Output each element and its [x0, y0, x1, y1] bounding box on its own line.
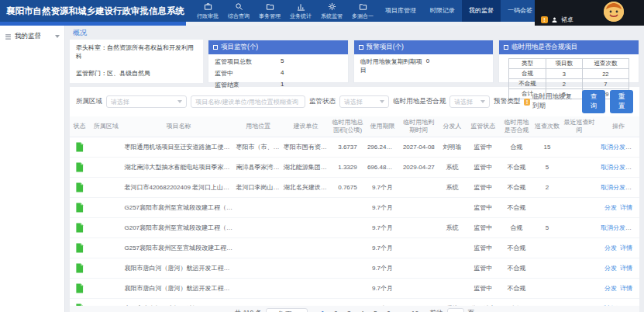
cell-builder [282, 218, 329, 238]
cell-period: 296.24个月 [366, 137, 399, 158]
stat-row: 监管中4 [215, 68, 342, 79]
cell-area [329, 198, 366, 218]
cell-region [89, 279, 122, 299]
search-button[interactable]: 查询 [582, 90, 605, 113]
column-header: 监管状态 [467, 116, 500, 137]
cell-area [329, 258, 366, 279]
nav-item-label: 行政审批 [197, 12, 219, 19]
action-link[interactable]: 取消分发 [601, 184, 625, 191]
table-row: G207襄阳市襄州至宜城段改建工程（宜城界口）工程...9.7个月系统监管中合规… [70, 218, 639, 238]
status-select[interactable]: 请选择 [339, 95, 389, 108]
reset-button[interactable]: 重置 [610, 90, 633, 113]
avatar[interactable] [604, 2, 624, 22]
app-title: 襄阳市自然资源和城乡建设行政审批信息系统 [0, 5, 192, 17]
cell-compliance: 不合规 [500, 158, 533, 178]
cell-region [89, 178, 122, 198]
dept-info-box: 牵头科室：自然资源所有者权益和开发利用科 监管部门：区、县级自然局 [70, 40, 203, 83]
action-link[interactable]: 取消分发 [601, 224, 625, 231]
nav-item[interactable]: 我的监督 [462, 0, 501, 22]
nav-item[interactable]: 系统监管 [316, 0, 347, 22]
cell-project: G257襄阳市襄州区至宜城段改建工程（襄州段工程、水... [122, 238, 234, 258]
nav-item[interactable]: 项目库管理 [378, 0, 423, 22]
column-header: 临时用地是否合规 [500, 116, 533, 137]
region-select[interactable]: 请选择 [106, 95, 187, 108]
cell-project: 襄阳市唐白河（唐河）航运开发工程建设项目（唐白大... [122, 299, 234, 307]
nav-item[interactable]: 事务管理 [254, 0, 285, 22]
nav-item[interactable]: 综合查询 [223, 0, 254, 22]
compliance-label: 临时用地是否合规 [393, 97, 446, 106]
action-link[interactable]: 分发 [604, 285, 617, 292]
table-row: 襄阳市唐白河（唐河）航运开发工程建设项目唐白河大...9.7个月监管中不合规分发… [70, 279, 639, 299]
cell-expire [399, 218, 438, 238]
column-header: 操作 [598, 116, 639, 137]
alert-icon[interactable]: ! [541, 16, 548, 23]
chevron-down-icon [177, 100, 182, 103]
nav-item-label: 一码会签 [508, 7, 532, 15]
cell-region [89, 218, 122, 238]
cell-last_time [561, 279, 598, 299]
cell-status: 监管中 [467, 238, 500, 258]
action-link[interactable]: 详情 [620, 204, 632, 211]
cell-distributor [439, 238, 467, 258]
nav-item-label: 项目库管理 [385, 7, 416, 15]
file-status-icon [71, 203, 88, 213]
cell-last_time [561, 158, 598, 178]
action-link[interactable]: 取消分发 [601, 164, 625, 171]
column-header: 状态 [70, 116, 89, 137]
warning-icon: ! [524, 99, 530, 106]
action-link[interactable]: 详情 [620, 285, 632, 292]
nav-item[interactable]: 时限记录 [423, 0, 462, 22]
cell-region [89, 158, 122, 178]
action-link[interactable]: 取消分发 [601, 144, 625, 151]
nav-item[interactable]: 行政审批 [192, 0, 223, 22]
tab-overview[interactable]: 概况 [73, 29, 87, 36]
gear-icon [328, 2, 336, 12]
menu-icon [5, 33, 12, 40]
column-header: 临时用地到期时间 [399, 116, 438, 137]
file-status-icon [71, 283, 88, 293]
nav-item-label: 系统监管 [321, 12, 343, 19]
jump-page-input[interactable] [447, 308, 464, 312]
nav-item-label: 我的监督 [469, 7, 494, 15]
nav-item[interactable]: 一码会签 [501, 0, 539, 22]
cell-compliance: 不合规 [500, 279, 533, 299]
compliance-select[interactable]: 请选择 [449, 95, 490, 108]
cell-period: 9.7个月 [366, 218, 399, 238]
cell-location [235, 238, 282, 258]
action-link[interactable]: 分发 [604, 265, 617, 272]
user-name[interactable]: 褚卓 [561, 16, 573, 24]
cell-period: 9.7个月 [366, 279, 399, 299]
panel-title: 临时用地是否合规项目 [511, 43, 577, 52]
cell-compliance: 不合规 [500, 238, 533, 258]
cell-project: 湖北南漳大型抽水蓄能电站项目季家湾调蓄库内公路、施工... [122, 158, 234, 178]
action-link[interactable]: 分发 [604, 244, 617, 251]
nav-item[interactable]: 多测合一 [347, 0, 378, 22]
page-size-select[interactable]: 10条/页 [266, 308, 308, 312]
column-header: 用地位置 [235, 116, 282, 137]
main-content: 概况 牵头科室：自然资源所有者权益和开发利用科 监管部门：区、县级自然局 项目监… [65, 26, 644, 312]
file-status-icon [71, 263, 88, 273]
cell-area [329, 279, 366, 299]
action-link[interactable]: 详情 [620, 265, 632, 272]
warning-type-option[interactable]: ! 临时用地恢复到期 [524, 92, 578, 111]
column-header: 建设单位 [282, 116, 329, 137]
action-link[interactable]: 分发 [604, 204, 617, 211]
action-link[interactable]: 详情 [620, 244, 632, 251]
cell-status: 监管中 [467, 178, 500, 198]
lead-dept-line: 牵头科室：自然资源所有者权益和开发利用科 [76, 44, 197, 61]
cell-builder [282, 299, 329, 307]
panel-title: 预警项目(个) [367, 43, 404, 52]
cell-compliance: 不合规 [500, 178, 533, 198]
cell-inspections [533, 198, 561, 218]
nav-item[interactable]: 业务统计 [285, 0, 316, 22]
chevron-down-icon [55, 35, 60, 38]
column-header: 所属区域 [89, 116, 122, 137]
sidebar-item-supervision[interactable]: 我的监督 [0, 26, 64, 47]
panel-project-supervision: 项目监管(个) 监管项目总数5监管中4监管结束1 [208, 40, 349, 83]
cell-location [235, 258, 282, 279]
cell-period: 9.7个月 [366, 238, 399, 258]
cell-distributor: 系统 [439, 158, 467, 178]
search-icon [235, 2, 243, 12]
keyword-input[interactable] [191, 95, 305, 108]
file-status-icon [71, 243, 88, 253]
